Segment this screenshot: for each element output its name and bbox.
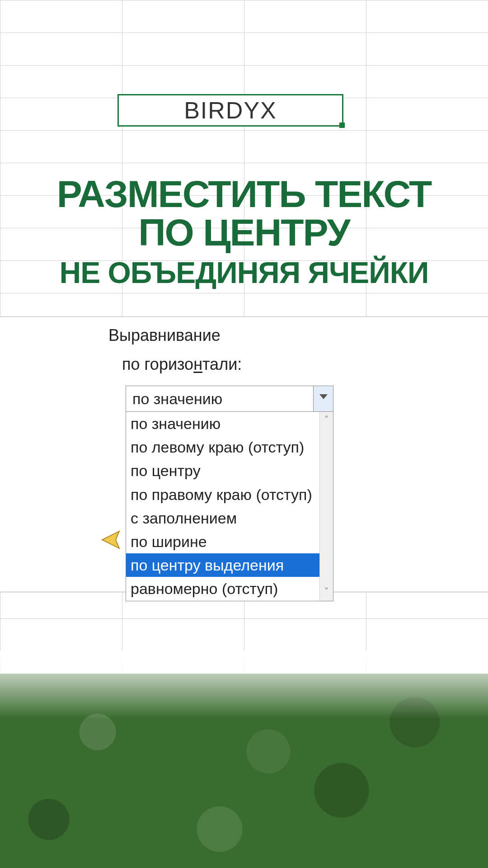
scroll-up-icon: ˄	[324, 415, 329, 425]
heading-line-3: НЕ ОБЪЕДИНЯЯ ЯЧЕЙКИ	[0, 255, 488, 291]
option-po-znacheniyu[interactable]: по значению	[126, 412, 319, 435]
alignment-section-title: Выравнивание	[108, 326, 242, 345]
option-po-centru-vydeleniya[interactable]: по центру выделения	[126, 553, 319, 577]
dropdown-button[interactable]	[313, 386, 333, 411]
cell-value: BIRDYX	[184, 97, 277, 124]
heading-block: РАЗМЕСТИТЬ ТЕКСТ ПО ЦЕНТРУ НЕ ОБЪЕДИНЯЯ …	[0, 176, 488, 291]
option-po-levomu-krayu[interactable]: по левому краю (отступ)	[126, 435, 319, 459]
fill-handle[interactable]	[339, 123, 345, 128]
format-cells-dialog-snippet: Выравнивание по горизонтали: по значению…	[0, 316, 488, 592]
combobox-value: по значению	[126, 390, 313, 408]
heading-line-2: ПО ЦЕНТРУ	[0, 212, 488, 252]
scroll-down-icon: ˅	[324, 587, 329, 597]
pointer-arrow-icon	[100, 528, 123, 551]
dropdown-list[interactable]: по значению по левому краю (отступ) по ц…	[126, 412, 333, 601]
chevron-down-icon	[319, 394, 328, 399]
svg-marker-0	[102, 531, 119, 548]
footer-fade	[0, 651, 488, 719]
scrollbar[interactable]: ˄ ˅	[319, 412, 333, 601]
option-s-zapolneniem[interactable]: с заполнением	[126, 506, 319, 530]
option-po-shirine[interactable]: по ширине	[126, 530, 319, 553]
option-ravnomerno[interactable]: равномерно (отступ)	[126, 577, 319, 600]
horizontal-label: по горизонтали:	[122, 355, 242, 374]
heading-line-1: РАЗМЕСТИТЬ ТЕКСТ	[0, 176, 488, 212]
option-po-centru[interactable]: по центру	[126, 459, 319, 482]
horizontal-align-combobox[interactable]: по значению по значению по левому краю (…	[126, 386, 333, 601]
selected-cell[interactable]: BIRDYX	[117, 94, 343, 127]
option-po-pravomu-krayu[interactable]: по правому краю (отступ)	[126, 483, 319, 506]
